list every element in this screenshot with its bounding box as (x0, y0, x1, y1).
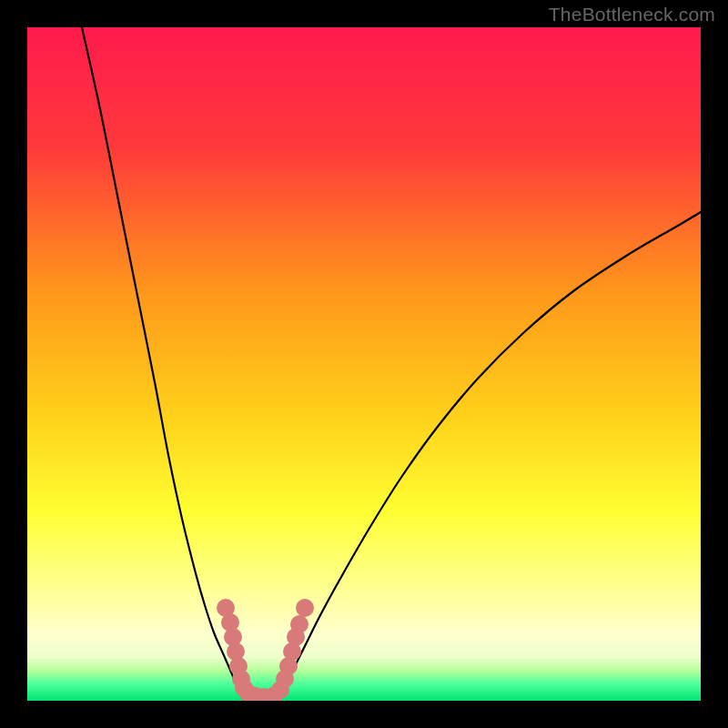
plot-background (27, 27, 701, 701)
watermark-text: TheBottleneck.com (549, 4, 715, 25)
chart-frame: TheBottleneck.com (0, 0, 728, 728)
data-marker (290, 615, 308, 633)
data-marker (296, 599, 314, 617)
bottleneck-chart (0, 0, 728, 728)
